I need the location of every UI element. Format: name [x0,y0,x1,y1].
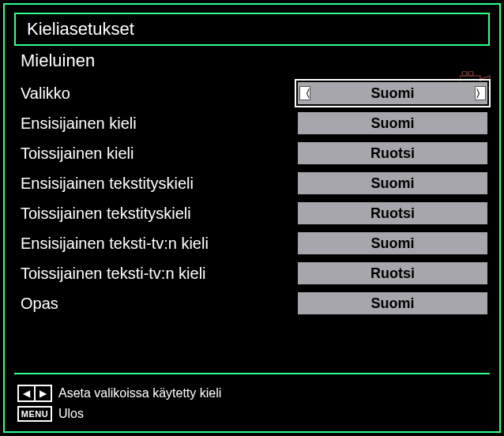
setting-row[interactable]: Ensisijainen kieliSuomi [16,109,488,137]
setting-label: Ensisijainen tekstityskieli [16,175,297,193]
title-text: Kieliasetukset [27,19,134,39]
setting-value-text: Ruotsi [370,205,415,222]
footer: ◀ ▶ Aseta valikoissa käytetty kieli MENU… [17,385,221,422]
footer-menu-row: MENU Ulos [17,406,221,422]
setting-value[interactable]: Suomi [297,291,488,315]
svg-point-2 [468,71,473,76]
setting-row[interactable]: Valikko〈〉Suomi [16,79,488,107]
setting-value[interactable]: Suomi [297,171,488,195]
triangle-right-icon: ▶ [36,386,51,400]
setting-value[interactable]: Suomi [297,111,488,135]
setting-value-text: Suomi [370,115,414,132]
setting-value-text: Ruotsi [370,145,415,162]
setting-value-text: Suomi [370,175,414,192]
setting-label: Opas [16,295,297,313]
settings-list: Valikko〈〉SuomiEnsisijainen kieliSuomiToi… [16,79,488,318]
setting-value-text: Suomi [370,295,414,312]
setting-value[interactable]: Ruotsi [297,141,488,165]
setting-label: Toissijainen kieli [16,145,297,163]
setting-label: Valikko [16,85,297,103]
setting-value[interactable]: Suomi [297,231,488,255]
page-title: Kieliasetukset [14,13,490,46]
setting-label: Toissijainen tekstityskieli [16,205,297,223]
left-right-icon: ◀ ▶ [17,385,52,402]
footer-hint-text: Aseta valikoissa käytetty kieli [58,386,221,400]
setting-row[interactable]: Ensisijainen tekstityskieliSuomi [16,169,488,197]
setting-row[interactable]: Toissijainen teksti-tv:n kieliRuotsi [16,259,488,288]
menu-button-icon: MENU [17,406,52,422]
svg-point-1 [462,71,467,76]
setting-row[interactable]: OpasSuomi [16,289,488,318]
footer-menu-text: Ulos [58,407,84,421]
setting-row[interactable]: Toissijainen tekstityskieliRuotsi [16,199,488,227]
setting-value[interactable]: Ruotsi [297,261,488,285]
divider [14,373,490,374]
section-heading: Mieluinen [21,51,483,71]
setting-value-text: Suomi [370,85,414,102]
chevron-right-icon[interactable]: 〉 [475,86,486,100]
triangle-left-icon: ◀ [19,386,36,400]
chevron-left-icon[interactable]: 〈 [299,86,310,100]
setting-value-text: Suomi [370,235,414,252]
setting-label: Ensisijainen teksti-tv:n kieli [16,235,297,253]
setting-value[interactable]: 〈〉Suomi [297,81,488,105]
setting-value[interactable]: Ruotsi [297,201,488,225]
setting-row[interactable]: Ensisijainen teksti-tv:n kieliSuomi [16,229,488,257]
settings-panel: Kieliasetukset Mieluinen Valikko〈〉SuomiE… [3,3,501,433]
setting-row[interactable]: Toissijainen kieliRuotsi [16,139,488,167]
setting-label: Ensisijainen kieli [16,115,297,133]
setting-value-text: Ruotsi [370,265,415,282]
setting-label: Toissijainen teksti-tv:n kieli [16,265,297,283]
footer-hint-row: ◀ ▶ Aseta valikoissa käytetty kieli [17,385,221,402]
